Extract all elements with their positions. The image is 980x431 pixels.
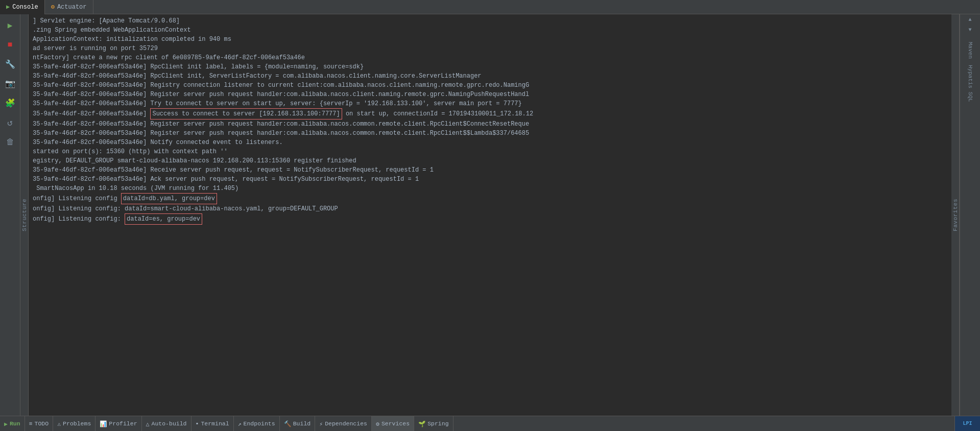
stop-icon[interactable]: ■ [1,36,19,54]
build-label: Build [293,420,311,427]
tab-actuator[interactable]: ⚙ Actuator [45,0,93,14]
console-line: 35-9afe-46df-82cf-006eaf53a46e] Try to c… [33,99,947,108]
console-line: SmartNacosApp in 10.18 seconds (JVM runn… [33,184,947,193]
services-icon: ⚙ [376,420,379,427]
refresh-icon[interactable]: ↺ [1,113,19,132]
structure-panel[interactable]: Structure [20,14,29,416]
console-line-highlighted: 35-9afe-46df-82cf-006eaf53a46e] Success … [33,108,947,119]
todo-icon: ≡ [29,420,33,427]
actuator-tab-label: Actuator [57,4,87,11]
auto-build-icon: △ [146,420,150,427]
maven-label[interactable]: Maven [966,39,975,62]
scroll-down-btn[interactable]: ▼ [966,26,974,34]
profiler-label: Profiler [109,420,137,427]
favorites-panel[interactable]: Favorites [951,14,960,416]
console-area: ] Servlet engine: [Apache Tomcat/9.0.68]… [29,14,951,416]
favorites-label: Favorites [952,199,959,231]
tab-bar-left: ▶ Console ⚙ Actuator [0,0,980,14]
console-line: 35-9afe-46df-82cf-006eaf53a46e] RpcClien… [33,71,947,81]
endpoints-item[interactable]: ↗ Endpoints [234,416,280,431]
todo-item[interactable]: ≡ TODO [25,416,54,431]
endpoints-icon: ↗ [238,420,242,427]
problems-item[interactable]: ⚠ Problems [53,416,95,431]
console-line-highlighted: onfig] Listening config dataId=db.yaml, … [33,193,947,204]
profiler-icon: 📊 [100,420,107,427]
trash-icon[interactable]: 🗑 [1,133,19,151]
bottom-bar: ▶ Run ≡ TODO ⚠ Problems 📊 Profiler △ Aut… [0,416,980,431]
wrench-icon[interactable]: 🔧 [1,55,19,74]
console-line: 35-9afe-46df-82cf-006eaf53a46e] Ack serv… [33,175,947,184]
structure-label: Structure [21,199,28,231]
bottom-right: LPI [954,416,980,431]
tab-bar: ▶ Console ⚙ Actuator [0,0,980,14]
dependencies-label: Dependencies [325,420,367,427]
console-line: .zing Spring embedded WebApplicationCont… [33,26,947,35]
build-item[interactable]: 🔨 Build [280,416,316,431]
run-icon[interactable]: ▶ [1,16,19,35]
console-line: 35-9afe-46df-82cf-006eaf53a46e] Notify c… [33,138,947,147]
right-panel: ▲ ▼ Maven Hypatis SQL [960,14,980,416]
problems-label: Problems [63,420,91,427]
left-sidebar: ▶ ■ 🔧 📷 🧩 ↺ 🗑 [0,14,20,416]
auto-build-label: Auto-build [151,420,186,427]
spring-label: Spring [427,420,448,427]
highlight-config-es: dataId=es, group=dev [125,213,202,225]
build-icon: 🔨 [284,420,291,427]
auto-build-item[interactable]: △ Auto-build [142,416,192,431]
run-button[interactable]: ▶ Run [0,416,25,431]
console-output[interactable]: ] Servlet engine: [Apache Tomcat/9.0.68]… [29,14,951,416]
right-labels: Maven Hypatis SQL [960,34,980,416]
console-tab-label: Console [12,4,38,11]
console-line: onfig] Listening config: dataId=smart-cl… [33,204,947,213]
console-line: started on port(s): 15360 (http) with co… [33,147,947,156]
scroll-controls: ▲ ▼ [960,14,980,34]
console-line: 35-9afe-46df-82cf-006eaf53a46e] Register… [33,90,947,99]
intellij-logo: LPI [954,416,980,432]
highlight-server-connect: Success to connect to server [192.168.13… [150,108,342,119]
services-item[interactable]: ⚙ Services [372,416,414,431]
console-line: 35-9afe-46df-82cf-006eaf53a46e] Registry… [33,81,947,90]
terminal-label: Terminal [201,420,229,427]
console-line: egistry, DEFAULT_GROUP smart-cloud-aliba… [33,156,947,165]
main-area: ▶ ■ 🔧 📷 🧩 ↺ 🗑 Structure ] Servlet engine… [0,14,980,416]
terminal-item[interactable]: ▪ Terminal [192,416,234,431]
services-label: Services [381,420,410,427]
console-tab-icon: ▶ [6,3,10,11]
problems-icon: ⚠ [57,420,61,427]
console-line: 35-9afe-46df-82cf-006eaf53a46e] Register… [33,119,947,129]
dependencies-item[interactable]: ⚡ Dependencies [315,416,372,431]
console-line: 35-9afe-46df-82cf-006eaf53a46e] Receive … [33,165,947,175]
terminal-icon: ▪ [196,420,199,427]
highlight-config-db: dataId=db.yaml, group=dev [121,193,217,204]
hypatis-sql-label[interactable]: Hypatis SQL [966,62,975,105]
todo-label: TODO [35,420,49,427]
dependencies-icon: ⚡ [319,420,323,427]
endpoints-label: Endpoints [244,420,275,427]
console-line: ] Servlet engine: [Apache Tomcat/9.0.68] [33,16,947,26]
console-line-highlighted: onfig] Listening config: dataId=es, grou… [33,213,947,225]
spring-icon: 🌱 [418,420,425,427]
console-line: ad server is running on port 35729 [33,44,947,53]
console-line: 35-9afe-46df-82cf-006eaf53a46e] Register… [33,129,947,138]
puzzle-icon[interactable]: 🧩 [1,94,19,112]
actuator-tab-icon: ⚙ [51,3,55,11]
logo-text: LPI [963,421,972,426]
run-icon: ▶ [4,420,8,427]
spring-item[interactable]: 🌱 Spring [414,416,453,431]
console-line: ntFactory] create a new rpc client of 6e… [33,53,947,62]
tab-console[interactable]: ▶ Console [0,0,45,14]
console-line: 35-9afe-46df-82cf-006eaf53a46e] RpcClien… [33,62,947,71]
scroll-up-btn[interactable]: ▲ [966,15,974,23]
console-line: ApplicationContext: initialization compl… [33,35,947,44]
profiler-item[interactable]: 📊 Profiler [95,416,141,431]
run-label: Run [10,420,20,427]
camera-icon[interactable]: 📷 [1,75,19,93]
